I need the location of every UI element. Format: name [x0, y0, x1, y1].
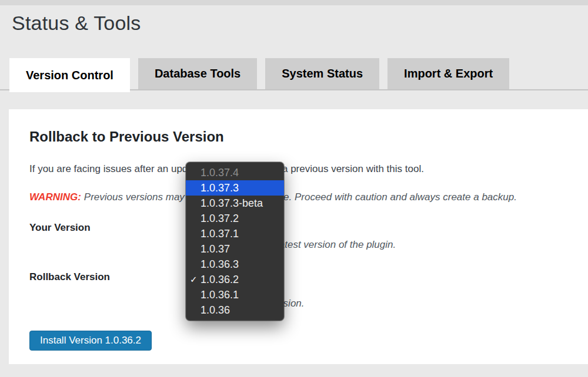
section-heading: Rollback to Previous Version [29, 129, 224, 145]
dropdown-item-1.0.36.1[interactable]: 1.0.36.1 [186, 287, 284, 302]
dropdown-item-1.0.37.2[interactable]: 1.0.37.2 [186, 211, 284, 226]
version-dropdown-menu: 1.0.37.41.0.37.31.0.37.3-beta1.0.37.21.0… [186, 162, 284, 321]
dropdown-item-1.0.36.2[interactable]: ✓1.0.36.2 [186, 272, 284, 287]
dropdown-item-1.0.37.3-beta[interactable]: 1.0.37.3-beta [186, 196, 284, 211]
dropdown-item-label: 1.0.37.2 [201, 213, 239, 224]
your-version-note: latest version of the plugin. [277, 239, 396, 251]
intro-text: If you are facing issues after an update… [29, 163, 576, 175]
dropdown-item-1.0.37.1[interactable]: 1.0.37.1 [186, 226, 284, 241]
warning-text: WARNING:Previous versions may not be sec… [29, 191, 576, 203]
warning-label: WARNING: [29, 191, 81, 203]
dropdown-item-label: 1.0.36 [201, 304, 230, 316]
dropdown-item-label: 1.0.37 [201, 243, 230, 255]
install-version-button[interactable]: Install Version 1.0.36.2 [29, 331, 152, 351]
page-title: Status & Tools [12, 12, 141, 35]
your-version-label: Your Version [29, 222, 91, 234]
tab-database-tools[interactable]: Database Tools [138, 58, 257, 89]
check-icon: ✓ [190, 272, 198, 287]
dropdown-item-1.0.36[interactable]: 1.0.36 [186, 302, 284, 318]
warning-body: Previous versions may not be secure or s… [84, 191, 517, 203]
dropdown-item-label: 1.0.37.1 [201, 228, 239, 240]
dropdown-item-label: 1.0.36.2 [201, 274, 239, 285]
rollback-version-label: Rollback Version [29, 271, 110, 283]
dropdown-item-label: 1.0.36.1 [201, 289, 239, 301]
dropdown-item-1.0.37.3[interactable]: 1.0.37.3 [186, 180, 284, 196]
version-control-panel: Rollback to Previous Version If you are … [9, 109, 588, 364]
tab-system-status[interactable]: System Status [265, 58, 379, 89]
dropdown-item-label: 1.0.37.3 [201, 182, 239, 194]
dropdown-item-label: 1.0.36.3 [201, 258, 239, 270]
tab-version-control[interactable]: Version Control [9, 58, 130, 92]
tab-bar: Version ControlDatabase ToolsSystem Stat… [9, 58, 509, 92]
dropdown-item-1.0.37[interactable]: 1.0.37 [186, 241, 284, 257]
dropdown-item-label: 1.0.37.3-beta [201, 197, 263, 209]
dropdown-item-1.0.36.3[interactable]: 1.0.36.3 [186, 257, 284, 272]
tab-import-export[interactable]: Import & Export [387, 58, 509, 89]
window-top-shade [0, 0, 588, 5]
dropdown-item-label: 1.0.37.4 [201, 167, 239, 179]
dropdown-item-1.0.37.4[interactable]: 1.0.37.4 [186, 165, 284, 180]
